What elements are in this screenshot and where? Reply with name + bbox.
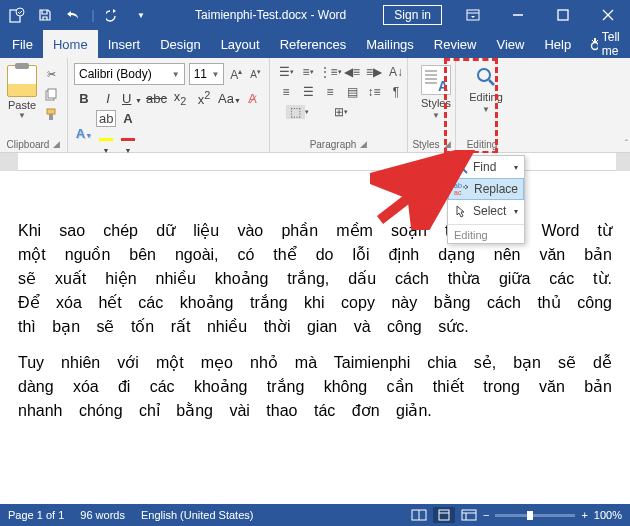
autosave-icon[interactable] xyxy=(4,2,30,28)
grow-font-icon[interactable]: A▴ xyxy=(228,67,244,82)
minimize-icon[interactable] xyxy=(495,0,540,30)
line-spacing-icon[interactable]: ↕≡ xyxy=(364,83,384,101)
find-icon xyxy=(474,65,498,89)
italic-button[interactable]: I xyxy=(98,91,118,106)
signin-button[interactable]: Sign in xyxy=(383,5,442,25)
shading-icon[interactable]: ⬚▾ xyxy=(276,103,318,121)
tab-insert[interactable]: Insert xyxy=(98,30,151,58)
maximize-icon[interactable] xyxy=(540,0,585,30)
increase-indent-icon[interactable]: ≡▶ xyxy=(364,63,384,81)
change-case-icon[interactable]: Aa▼ xyxy=(218,91,238,106)
svg-point-1 xyxy=(16,8,24,16)
tab-view[interactable]: View xyxy=(486,30,534,58)
undo-icon[interactable] xyxy=(60,2,86,28)
status-language[interactable]: English (United States) xyxy=(141,509,254,521)
font-color-icon[interactable]: A▼ xyxy=(118,111,138,156)
align-center-icon[interactable]: ☰ xyxy=(298,83,318,101)
styles-icon xyxy=(421,65,451,95)
close-icon[interactable] xyxy=(585,0,630,30)
numbering-icon[interactable]: ≡▾ xyxy=(298,63,318,81)
align-right-icon[interactable]: ≡ xyxy=(320,83,340,101)
svg-text:ab: ab xyxy=(454,182,462,189)
tab-design[interactable]: Design xyxy=(150,30,210,58)
editing-group-label: Editing xyxy=(467,139,498,150)
svg-rect-3 xyxy=(558,10,568,20)
tellme-label: Tell me xyxy=(602,30,625,58)
tab-home[interactable]: Home xyxy=(43,30,98,58)
font-name-combo[interactable]: Calibri (Body)▼ xyxy=(74,63,185,85)
highlight-color-icon[interactable]: ab▼ xyxy=(96,111,116,156)
paste-button[interactable]: Paste ▼ xyxy=(6,61,38,123)
paste-icon xyxy=(7,65,37,97)
ribbon-options-icon[interactable] xyxy=(450,0,495,30)
paragraph-launcher-icon[interactable]: ◢ xyxy=(360,139,367,150)
svg-rect-9 xyxy=(47,109,55,114)
tab-mailings[interactable]: Mailings xyxy=(356,30,424,58)
svg-rect-10 xyxy=(49,114,53,120)
tab-review[interactable]: Review xyxy=(424,30,487,58)
borders-icon[interactable]: ⊞▾ xyxy=(320,103,362,121)
zoom-value[interactable]: 100% xyxy=(594,509,622,521)
select-menu-item[interactable]: Select▾ xyxy=(448,200,524,222)
redo-icon[interactable] xyxy=(100,2,126,28)
status-words[interactable]: 96 words xyxy=(80,509,125,521)
paragraph-group-label: Paragraph xyxy=(310,139,357,150)
underline-button[interactable]: U ▼ xyxy=(122,91,142,106)
tab-help[interactable]: Help xyxy=(534,30,581,58)
editing-label: Editing xyxy=(469,91,503,103)
editing-button[interactable]: Editing ▼ xyxy=(462,61,510,114)
view-web-icon[interactable] xyxy=(461,509,477,521)
clear-formatting-icon[interactable]: A̷ xyxy=(242,91,262,106)
show-marks-icon[interactable]: ¶ xyxy=(386,83,406,101)
styles-launcher-icon[interactable]: ◢ xyxy=(444,139,451,150)
collapse-ribbon-icon[interactable]: ˆ xyxy=(625,139,628,150)
replace-menu-item[interactable]: abacReplace xyxy=(448,178,524,200)
editing-dropdown: Find▾ abacReplace Select▾ Editing xyxy=(447,155,525,244)
shrink-font-icon[interactable]: A▾ xyxy=(248,68,263,80)
align-left-icon[interactable]: ≡ xyxy=(276,83,296,101)
font-size-combo[interactable]: 11▼ xyxy=(189,63,225,85)
dropdown-separator xyxy=(448,224,524,225)
paste-label: Paste xyxy=(8,99,36,111)
format-painter-icon[interactable] xyxy=(41,105,61,123)
tellme-button[interactable]: Tell me xyxy=(581,30,630,58)
view-print-icon[interactable] xyxy=(433,507,455,523)
svg-rect-5 xyxy=(594,38,596,42)
view-read-icon[interactable] xyxy=(411,509,427,521)
tab-references[interactable]: References xyxy=(270,30,356,58)
paragraph-2: Tuy nhiên với một mẹo nhỏ mà Taimienphi … xyxy=(18,351,612,423)
ruler[interactable] xyxy=(0,153,630,171)
strikethrough-button[interactable]: abc xyxy=(146,91,166,106)
document-area[interactable]: Khi sao chép dữ liệu vào phần mềm soạn t… xyxy=(0,171,630,493)
zoom-in-icon[interactable]: + xyxy=(581,509,587,521)
save-icon[interactable] xyxy=(32,2,58,28)
clipboard-launcher-icon[interactable]: ◢ xyxy=(53,139,60,150)
status-page[interactable]: Page 1 of 1 xyxy=(8,509,64,521)
justify-icon[interactable]: ▤ xyxy=(342,83,362,101)
svg-rect-2 xyxy=(467,10,479,20)
svg-text:ac: ac xyxy=(454,189,462,196)
find-menu-item[interactable]: Find▾ xyxy=(448,156,524,178)
styles-button[interactable]: Styles ▼ xyxy=(414,61,458,120)
zoom-out-icon[interactable]: − xyxy=(483,509,489,521)
copy-icon[interactable] xyxy=(41,85,61,103)
superscript-button[interactable]: x2 xyxy=(194,89,214,107)
window-title: Taimienphi-Test.docx - Word xyxy=(158,8,383,22)
tab-layout[interactable]: Layout xyxy=(211,30,270,58)
svg-rect-8 xyxy=(48,89,56,98)
decrease-indent-icon[interactable]: ◀≡ xyxy=(342,63,362,81)
subscript-button[interactable]: x2 xyxy=(170,89,190,107)
cut-icon[interactable]: ✂ xyxy=(41,65,61,83)
qat-customize-icon[interactable]: ▼ xyxy=(128,2,154,28)
svg-rect-17 xyxy=(462,510,476,520)
svg-point-4 xyxy=(592,43,598,50)
bullets-icon[interactable]: ☰▾ xyxy=(276,63,296,81)
tab-file[interactable]: File xyxy=(2,30,43,58)
zoom-slider[interactable] xyxy=(495,514,575,517)
text-effects-icon[interactable]: A▼ xyxy=(74,126,94,141)
bold-button[interactable]: B xyxy=(74,91,94,106)
dropdown-group-label: Editing xyxy=(448,227,524,243)
multilevel-icon[interactable]: ⋮≡▾ xyxy=(320,63,340,81)
clipboard-group-label: Clipboard xyxy=(7,139,50,150)
sort-icon[interactable]: A↓ xyxy=(386,63,406,81)
